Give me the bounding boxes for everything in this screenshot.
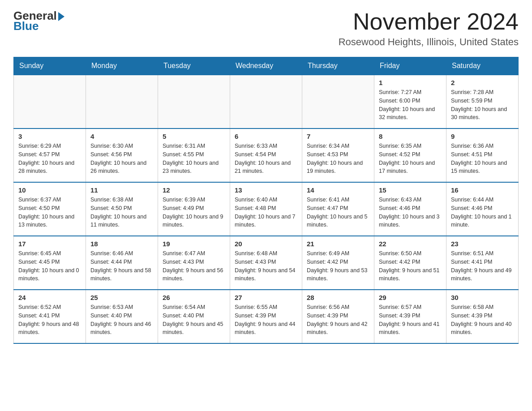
day-info: Sunrise: 6:35 AM Sunset: 4:52 PM Dayligh…: [379, 142, 442, 176]
day-info: Sunrise: 6:30 AM Sunset: 4:56 PM Dayligh…: [90, 142, 153, 176]
calendar-week-4: 17Sunrise: 6:45 AM Sunset: 4:45 PM Dayli…: [14, 236, 519, 290]
day-number: 19: [163, 240, 225, 248]
day-info: Sunrise: 6:46 AM Sunset: 4:44 PM Dayligh…: [90, 249, 153, 283]
calendar-cell: 28Sunrise: 6:56 AM Sunset: 4:39 PM Dayli…: [302, 290, 374, 343]
day-info: Sunrise: 6:53 AM Sunset: 4:40 PM Dayligh…: [90, 303, 153, 337]
calendar-cell: [14, 75, 86, 128]
day-number: 13: [235, 186, 297, 194]
calendar-cell: [86, 75, 158, 128]
calendar-cell: 6Sunrise: 6:33 AM Sunset: 4:54 PM Daylig…: [230, 128, 302, 182]
day-number: 5: [163, 133, 225, 140]
day-info: Sunrise: 6:49 AM Sunset: 4:42 PM Dayligh…: [307, 249, 369, 283]
day-number: 10: [18, 186, 81, 194]
day-info: Sunrise: 6:54 AM Sunset: 4:40 PM Dayligh…: [163, 303, 225, 337]
day-number: 28: [307, 294, 369, 301]
day-number: 23: [451, 240, 514, 248]
title-area: November 2024 Rosewood Heights, Illinois…: [339, 9, 519, 48]
calendar-cell: [158, 75, 230, 128]
logo: General Blue: [13, 9, 64, 33]
calendar-cell: 13Sunrise: 6:40 AM Sunset: 4:48 PM Dayli…: [230, 182, 302, 236]
calendar-cell: 8Sunrise: 6:35 AM Sunset: 4:52 PM Daylig…: [374, 128, 446, 182]
calendar-cell: 12Sunrise: 6:39 AM Sunset: 4:49 PM Dayli…: [158, 182, 230, 236]
day-number: 22: [379, 240, 442, 248]
calendar-cell: [230, 75, 302, 128]
day-info: Sunrise: 6:50 AM Sunset: 4:42 PM Dayligh…: [379, 249, 442, 283]
day-number: 17: [18, 240, 81, 248]
day-info: Sunrise: 6:29 AM Sunset: 4:57 PM Dayligh…: [18, 142, 81, 176]
calendar-cell: 18Sunrise: 6:46 AM Sunset: 4:44 PM Dayli…: [86, 236, 158, 290]
day-info: Sunrise: 6:55 AM Sunset: 4:39 PM Dayligh…: [235, 303, 297, 337]
weekday-header-saturday: Saturday: [446, 57, 519, 75]
day-number: 11: [90, 186, 153, 194]
day-number: 9: [451, 133, 514, 140]
day-info: Sunrise: 6:41 AM Sunset: 4:47 PM Dayligh…: [307, 196, 369, 229]
day-info: Sunrise: 6:56 AM Sunset: 4:39 PM Dayligh…: [307, 303, 369, 337]
day-info: Sunrise: 6:47 AM Sunset: 4:43 PM Dayligh…: [163, 249, 225, 283]
calendar-week-2: 3Sunrise: 6:29 AM Sunset: 4:57 PM Daylig…: [14, 128, 519, 182]
day-info: Sunrise: 6:43 AM Sunset: 4:46 PM Dayligh…: [379, 196, 442, 229]
day-number: 18: [90, 240, 153, 248]
calendar-cell: 3Sunrise: 6:29 AM Sunset: 4:57 PM Daylig…: [14, 128, 86, 182]
day-number: 29: [379, 294, 442, 301]
weekday-header-sunday: Sunday: [14, 57, 86, 75]
day-number: 4: [90, 133, 153, 140]
day-info: Sunrise: 6:44 AM Sunset: 4:46 PM Dayligh…: [451, 196, 514, 229]
month-title: November 2024: [339, 9, 519, 34]
day-info: Sunrise: 6:36 AM Sunset: 4:51 PM Dayligh…: [451, 142, 514, 176]
day-number: 14: [307, 186, 369, 194]
day-number: 7: [307, 133, 369, 140]
calendar-cell: 4Sunrise: 6:30 AM Sunset: 4:56 PM Daylig…: [86, 128, 158, 182]
location-title: Rosewood Heights, Illinois, United State…: [339, 36, 519, 48]
calendar-cell: 10Sunrise: 6:37 AM Sunset: 4:50 PM Dayli…: [14, 182, 86, 236]
day-info: Sunrise: 6:51 AM Sunset: 4:41 PM Dayligh…: [451, 249, 514, 283]
calendar-cell: 30Sunrise: 6:58 AM Sunset: 4:39 PM Dayli…: [446, 290, 519, 343]
calendar-header-row: SundayMondayTuesdayWednesdayThursdayFrid…: [14, 57, 519, 75]
calendar-cell: [302, 75, 374, 128]
day-number: 30: [451, 294, 514, 301]
calendar-cell: 25Sunrise: 6:53 AM Sunset: 4:40 PM Dayli…: [86, 290, 158, 343]
weekday-header-wednesday: Wednesday: [230, 57, 302, 75]
calendar-table: SundayMondayTuesdayWednesdayThursdayFrid…: [13, 57, 519, 344]
day-info: Sunrise: 6:31 AM Sunset: 4:55 PM Dayligh…: [163, 142, 225, 176]
calendar-cell: 20Sunrise: 6:48 AM Sunset: 4:43 PM Dayli…: [230, 236, 302, 290]
day-info: Sunrise: 7:27 AM Sunset: 6:00 PM Dayligh…: [379, 88, 442, 122]
calendar-cell: 9Sunrise: 6:36 AM Sunset: 4:51 PM Daylig…: [446, 128, 519, 182]
day-info: Sunrise: 6:57 AM Sunset: 4:39 PM Dayligh…: [379, 303, 442, 337]
calendar-cell: 23Sunrise: 6:51 AM Sunset: 4:41 PM Dayli…: [446, 236, 519, 290]
day-number: 26: [163, 294, 225, 301]
day-number: 16: [451, 186, 514, 194]
day-info: Sunrise: 6:38 AM Sunset: 4:50 PM Dayligh…: [90, 196, 153, 229]
calendar-week-5: 24Sunrise: 6:52 AM Sunset: 4:41 PM Dayli…: [14, 290, 519, 343]
calendar-cell: 11Sunrise: 6:38 AM Sunset: 4:50 PM Dayli…: [86, 182, 158, 236]
calendar-week-3: 10Sunrise: 6:37 AM Sunset: 4:50 PM Dayli…: [14, 182, 519, 236]
calendar-cell: 17Sunrise: 6:45 AM Sunset: 4:45 PM Dayli…: [14, 236, 86, 290]
calendar-cell: 19Sunrise: 6:47 AM Sunset: 4:43 PM Dayli…: [158, 236, 230, 290]
day-info: Sunrise: 6:40 AM Sunset: 4:48 PM Dayligh…: [235, 196, 297, 229]
weekday-header-monday: Monday: [86, 57, 158, 75]
logo-arrow-icon: [58, 12, 64, 21]
calendar-cell: 2Sunrise: 7:28 AM Sunset: 5:59 PM Daylig…: [446, 75, 519, 128]
day-info: Sunrise: 7:28 AM Sunset: 5:59 PM Dayligh…: [451, 88, 514, 122]
day-number: 1: [379, 79, 442, 86]
day-info: Sunrise: 6:34 AM Sunset: 4:53 PM Dayligh…: [307, 142, 369, 176]
day-number: 12: [163, 186, 225, 194]
calendar-cell: 7Sunrise: 6:34 AM Sunset: 4:53 PM Daylig…: [302, 128, 374, 182]
day-number: 24: [18, 294, 81, 301]
calendar-week-1: 1Sunrise: 7:27 AM Sunset: 6:00 PM Daylig…: [14, 75, 519, 128]
day-info: Sunrise: 6:39 AM Sunset: 4:49 PM Dayligh…: [163, 196, 225, 229]
weekday-header-tuesday: Tuesday: [158, 57, 230, 75]
weekday-header-friday: Friday: [374, 57, 446, 75]
header: General Blue November 2024 Rosewood Heig…: [13, 9, 519, 48]
day-number: 27: [235, 294, 297, 301]
day-number: 8: [379, 133, 442, 140]
day-number: 25: [90, 294, 153, 301]
day-info: Sunrise: 6:37 AM Sunset: 4:50 PM Dayligh…: [18, 196, 81, 229]
calendar-cell: 15Sunrise: 6:43 AM Sunset: 4:46 PM Dayli…: [374, 182, 446, 236]
calendar-cell: 21Sunrise: 6:49 AM Sunset: 4:42 PM Dayli…: [302, 236, 374, 290]
calendar-cell: 22Sunrise: 6:50 AM Sunset: 4:42 PM Dayli…: [374, 236, 446, 290]
calendar-cell: 27Sunrise: 6:55 AM Sunset: 4:39 PM Dayli…: [230, 290, 302, 343]
day-info: Sunrise: 6:33 AM Sunset: 4:54 PM Dayligh…: [235, 142, 297, 176]
day-number: 2: [451, 79, 514, 86]
logo-blue-text: Blue: [13, 19, 39, 33]
calendar-cell: 16Sunrise: 6:44 AM Sunset: 4:46 PM Dayli…: [446, 182, 519, 236]
